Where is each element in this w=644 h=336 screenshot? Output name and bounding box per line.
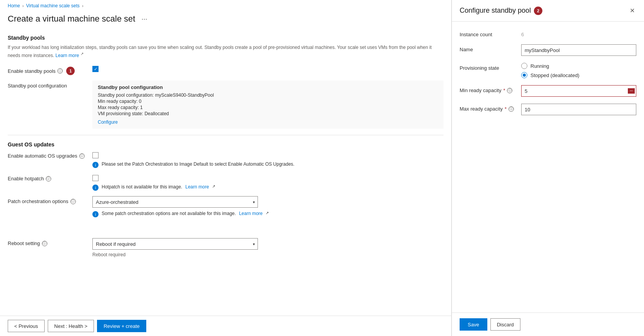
divider-1 (8, 135, 443, 135)
radio-running[interactable]: Running (521, 63, 636, 69)
auto-os-label: Enable automatic OS upgrades ⓘ (8, 151, 92, 159)
reboot-row: Reboot setting ⓘ Reboot if required Alwa… (8, 238, 443, 257)
bottom-nav: < Previous Next : Health > Review + crea… (0, 316, 451, 336)
save-button[interactable]: Save (460, 318, 487, 331)
discard-button[interactable]: Discard (490, 318, 520, 331)
provisioning-label: Provisioning state (460, 63, 521, 71)
enable-standby-info-icon[interactable]: ⓘ (57, 68, 63, 74)
hotpatch-row: Enable hotpatch ⓘ i Hotpatch is not avai… (8, 173, 443, 191)
auto-os-info-icon[interactable]: ⓘ (79, 153, 85, 159)
min-capacity-input-wrapper: ··· (521, 85, 636, 97)
breadcrumb-sep2: › (82, 3, 84, 8)
patch-orch-row: Patch orchestration options ⓘ Azure-orch… (8, 196, 443, 217)
guest-os-title: Guest OS updates (8, 141, 443, 148)
reboot-control: Reboot if required Always reboot Never r… (92, 238, 443, 257)
instance-count-label: Instance count (460, 29, 521, 37)
hotpatch-label: Enable hotpatch ⓘ (8, 173, 92, 181)
form-area: Standby pools If your workload has long … (0, 29, 451, 316)
step-badge-1: 1 (66, 67, 75, 75)
enable-standby-checkbox-wrapper: ✓ (92, 64, 443, 72)
config-min-capacity: Min ready capacity: 0 (98, 99, 438, 104)
standby-pools-learn-more[interactable]: Learn more (55, 53, 79, 58)
config-box-title: Standby pool configuration (98, 84, 438, 90)
max-capacity-row: Max ready capacity * ⓘ (460, 104, 636, 115)
patch-orch-select[interactable]: Azure-orchestrated Manual Image Default (92, 196, 258, 208)
radio-running-circle (521, 63, 527, 69)
previous-button[interactable]: < Previous (8, 320, 45, 332)
page-title: Create a virtual machine scale set (8, 14, 135, 24)
reboot-info-icon[interactable]: ⓘ (42, 241, 47, 246)
config-vm-state: VM provisioning state: Deallocated (98, 111, 438, 116)
radio-stopped[interactable]: Stopped (deallocated) (521, 72, 636, 78)
input-error-icon: ··· (628, 88, 635, 94)
auto-os-row: Enable automatic OS upgrades ⓘ i Please … (8, 151, 443, 168)
reboot-select[interactable]: Reboot if required Always reboot Never r… (92, 238, 258, 250)
patch-orch-info-icon[interactable]: ⓘ (70, 199, 76, 204)
panel-name-control (521, 44, 636, 56)
max-capacity-label: Max ready capacity * ⓘ (460, 104, 521, 112)
standby-config-control: Standby pool configuration Standby pool … (92, 81, 443, 129)
panel-close-button[interactable]: ✕ (628, 5, 636, 16)
hotpatch-info-circle: i (92, 185, 99, 191)
panel-name-input[interactable] (521, 44, 636, 56)
enable-standby-checkbox[interactable]: ✓ (92, 66, 99, 72)
min-capacity-label: Min ready capacity * ⓘ (460, 85, 521, 93)
provisioning-radio-group: Running Stopped (deallocated) (521, 63, 636, 78)
patch-orch-label: Patch orchestration options ⓘ (8, 196, 92, 204)
hotpatch-external-icon: ↗ (212, 184, 215, 188)
hotpatch-checkbox-wrapper (92, 173, 443, 181)
patch-orch-info-circle: i (92, 211, 99, 217)
min-capacity-control: ··· (521, 85, 636, 97)
config-max-capacity: Max ready capacity: 1 (98, 105, 438, 110)
next-button[interactable]: Next : Health > (48, 320, 94, 332)
instance-count-row: Instance count 6 (460, 29, 636, 37)
min-capacity-req: * (503, 87, 505, 93)
provisioning-control: Running Stopped (deallocated) (521, 63, 636, 78)
breadcrumb-sep1: › (22, 3, 24, 8)
config-box: Standby pool configuration Standby pool … (92, 81, 443, 129)
hotpatch-control: i Hotpatch is not available for this ima… (92, 173, 443, 191)
auto-os-info-message: i Please set the Patch Orchestration to … (92, 161, 443, 168)
panel-name-label: Name (460, 44, 521, 52)
enable-standby-control: ✓ (92, 64, 443, 72)
standby-pools-desc: If your workload has long initialization… (8, 44, 443, 59)
review-create-button[interactable]: Review + create (97, 320, 146, 332)
page-header: Create a virtual machine scale set ··· (0, 12, 451, 29)
patch-orch-info-message: i Some patch orchestration options are n… (92, 211, 443, 217)
ellipsis-button[interactable]: ··· (139, 14, 149, 24)
radio-stopped-circle (521, 72, 527, 78)
patch-orch-external-icon: ↗ (266, 211, 269, 215)
provisioning-row: Provisioning state Running Stopped (deal… (460, 63, 636, 78)
main-content: Home › Virtual machine scale sets › Crea… (0, 0, 452, 336)
patch-orch-control: Azure-orchestrated Manual Image Default … (92, 196, 443, 217)
standby-pools-title: Standby pools (8, 35, 443, 41)
panel-badge: 2 (534, 7, 542, 15)
hotpatch-learn-more[interactable]: Learn more (185, 184, 209, 190)
reboot-label: Reboot setting ⓘ (8, 238, 92, 246)
hotpatch-checkbox[interactable] (92, 175, 99, 181)
reboot-dropdown-wrapper: Reboot if required Always reboot Never r… (92, 238, 258, 250)
min-capacity-input[interactable] (521, 85, 636, 97)
hotpatch-info-message: i Hotpatch is not available for this ima… (92, 184, 443, 191)
patch-orch-learn-more[interactable]: Learn more (239, 211, 263, 216)
breadcrumb: Home › Virtual machine scale sets › (0, 0, 451, 12)
max-capacity-req: * (505, 106, 507, 112)
auto-os-info-circle: i (92, 162, 99, 168)
panel-title: Configure standby pool 2 (460, 7, 542, 15)
max-capacity-input[interactable] (521, 104, 636, 115)
enable-standby-row: Enable standby pools ⓘ 1 ✓ (8, 64, 443, 75)
breadcrumb-home[interactable]: Home (8, 3, 20, 8)
max-capacity-info-icon[interactable]: ⓘ (509, 106, 514, 112)
configure-link[interactable]: Configure (98, 119, 118, 125)
enable-standby-label: Enable standby pools ⓘ 1 (8, 64, 92, 75)
hotpatch-info-icon[interactable]: ⓘ (46, 176, 51, 181)
min-capacity-info-icon[interactable]: ⓘ (507, 88, 512, 93)
instance-count-value: 6 (521, 29, 524, 37)
right-panel: Configure standby pool 2 ✕ Instance coun… (452, 0, 644, 336)
panel-name-row: Name (460, 44, 636, 56)
external-link-icon: ↗ (80, 52, 84, 56)
config-pool-name: Standby pool configuration: myScaleS9400… (98, 92, 438, 98)
breadcrumb-vmss[interactable]: Virtual machine scale sets (26, 3, 80, 8)
auto-os-checkbox[interactable] (92, 152, 99, 158)
panel-header: Configure standby pool 2 ✕ (452, 0, 644, 22)
